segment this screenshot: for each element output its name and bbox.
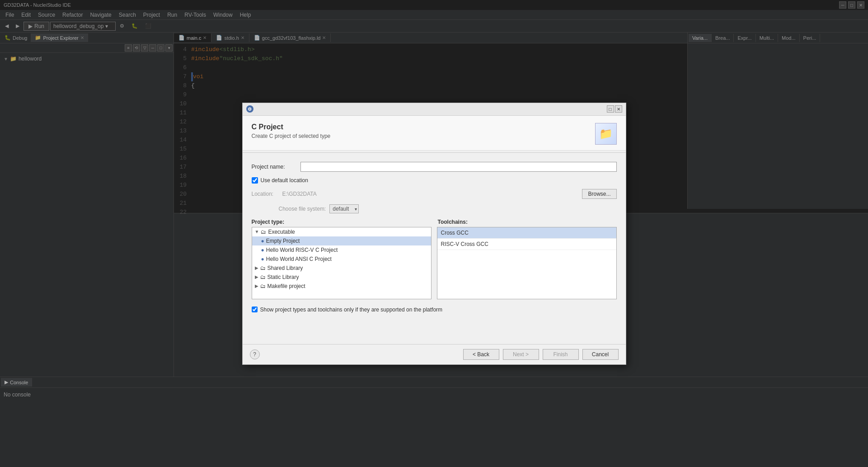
dialog-close-btn[interactable]: ✕ <box>615 105 622 113</box>
dialog-title-bar: ⚙ □ ✕ <box>243 103 626 116</box>
empty-bullet-icon: ● <box>261 238 264 244</box>
next-button[interactable]: Next > <box>503 349 539 360</box>
riscv-bullet-icon: ● <box>261 247 264 253</box>
project-type-static-lib[interactable]: ▶ 🗂 Static Library <box>252 273 431 282</box>
cancel-button[interactable]: Cancel <box>582 349 619 360</box>
filesystem-select-wrap[interactable]: default EFS <box>329 204 359 213</box>
c-project-dialog: ⚙ □ ✕ C Project Create C project of sele… <box>242 103 626 365</box>
toolchain-riscv-cross-gcc[interactable]: RISC-V Cross GCC <box>437 239 616 250</box>
ide-background: GD32DATA - NucleiStudio IDE ─ □ ✕ File E… <box>0 0 868 467</box>
default-location-row: Use default location <box>252 177 617 184</box>
project-type-makefile[interactable]: ▶ 🗂 Makefile project <box>252 282 431 291</box>
type-toolchain-section: Project type: Toolchains: ▼ 🗂 <box>252 219 617 299</box>
ansi-bullet-icon: ● <box>261 256 264 262</box>
toolchains-section: Toolchains: <box>438 219 617 227</box>
dialog-icon: ⚙ <box>246 105 253 113</box>
location-row: Location: E:\GD32DATA Browse... <box>252 189 617 199</box>
static-lib-arrow-icon: ▶ <box>255 274 258 279</box>
executable-arrow-icon: ▼ <box>255 229 259 234</box>
project-type-label: Project type: <box>252 219 431 225</box>
help-button[interactable]: ? <box>250 349 260 359</box>
footer-right: < Back Next > Finish Cancel <box>463 349 619 360</box>
platform-support-row: Show project types and toolchains only i… <box>252 307 617 313</box>
shared-lib-arrow-icon: ▶ <box>255 265 258 270</box>
makefile-arrow-icon: ▶ <box>255 283 258 288</box>
dialog-overlay: ⚙ □ ✕ C Project Create C project of sele… <box>0 0 868 467</box>
dialog-subtitle: Create C project of selected type <box>252 133 331 139</box>
back-button[interactable]: < Back <box>463 349 499 360</box>
project-type-section: Project type: <box>252 219 431 227</box>
project-type-empty[interactable]: ● Empty Project <box>252 236 431 245</box>
project-name-input[interactable] <box>300 162 617 172</box>
static-lib-folder-icon: 🗂 <box>260 274 266 280</box>
toolchain-cross-gcc[interactable]: Cross GCC <box>437 227 616 239</box>
project-name-label: Project name: <box>252 164 297 170</box>
project-type-shared-lib[interactable]: ▶ 🗂 Shared Library <box>252 264 431 273</box>
makefile-folder-icon: 🗂 <box>260 283 266 289</box>
project-type-panel: ▼ 🗂 Executable ● Empty Project <box>252 227 432 299</box>
default-location-checkbox[interactable] <box>252 177 258 184</box>
location-label: Location: <box>252 191 279 197</box>
dialog-window-controls[interactable]: □ ✕ <box>607 105 622 113</box>
platform-support-label: Show project types and toolchains only i… <box>260 307 443 313</box>
dialog-title: C Project <box>252 123 331 131</box>
location-value: E:\GD32DATA <box>282 191 579 197</box>
shared-lib-folder-icon: 🗂 <box>260 265 266 271</box>
footer-left: ? <box>250 349 260 359</box>
dialog-header-icon: 📁 <box>595 123 617 145</box>
project-name-row: Project name: <box>252 162 617 172</box>
dialog-footer: ? < Back Next > Finish Cancel <box>243 344 626 364</box>
type-toolchain-panels: ▼ 🗂 Executable ● Empty Project <box>252 227 617 299</box>
default-location-label: Use default location <box>261 177 308 184</box>
finish-button[interactable]: Finish <box>543 349 579 360</box>
toolchains-label: Toolchains: <box>438 219 617 225</box>
project-type-hello-riscv[interactable]: ● Hello World RISC-V C Project <box>252 245 431 255</box>
filesystem-select[interactable]: default EFS <box>329 204 359 213</box>
platform-support-checkbox[interactable] <box>252 307 258 312</box>
project-type-executable[interactable]: ▼ 🗂 Executable <box>252 227 431 236</box>
dialog-header: C Project Create C project of selected t… <box>243 116 626 151</box>
dialog-maximize-btn[interactable]: □ <box>607 105 614 113</box>
header-divider <box>243 152 626 153</box>
toolchains-panel: Cross GCC RISC-V Cross GCC <box>437 227 617 299</box>
dialog-body: Project name: Use default location Locat… <box>243 155 626 344</box>
browse-button[interactable]: Browse... <box>582 189 616 199</box>
dialog-header-text: C Project Create C project of selected t… <box>252 123 331 139</box>
project-type-hello-ansi[interactable]: ● Hello World ANSI C Project <box>252 255 431 264</box>
filesystem-label: Choose file system: <box>279 206 326 212</box>
filesystem-row: Choose file system: default EFS <box>252 204 617 213</box>
executable-folder-icon: 🗂 <box>261 229 266 235</box>
